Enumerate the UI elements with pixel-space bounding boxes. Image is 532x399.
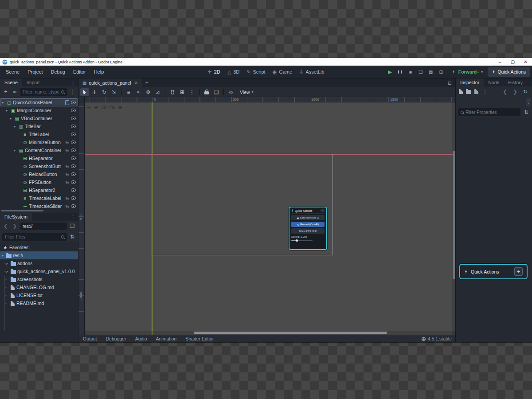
dock-menu-icon[interactable]: ⋮ (68, 213, 78, 221)
filesystem-row[interactable]: ▸ quick_actions_panel_v1.0.0 (0, 267, 78, 275)
menu-help[interactable]: Help (90, 66, 108, 78)
workspace-tab-3d[interactable]: △3D (227, 69, 240, 75)
path-input[interactable]: res:// (20, 223, 67, 230)
tab-scene[interactable]: Scene (0, 78, 22, 86)
add-node-button[interactable]: + (2, 89, 9, 95)
visibility-eye-icon[interactable] (71, 156, 76, 160)
dock-menu-icon[interactable]: ⋮ (527, 78, 532, 86)
tab-audio[interactable]: Audio (131, 336, 152, 341)
chevron-right-icon[interactable]: ▸ (6, 262, 11, 266)
scene-tree-row[interactable]: ⊟ HSeparator2 (0, 186, 78, 194)
sort-files-icon[interactable]: ⇅ (69, 234, 76, 240)
tab-history[interactable]: History (504, 78, 527, 86)
visibility-eye-icon[interactable] (71, 101, 76, 104)
tab-import[interactable]: Import (22, 78, 44, 86)
pause-button[interactable]: ❚❚ (396, 70, 405, 74)
zoom-level[interactable]: 56.4 % (101, 105, 115, 110)
zoom-in-button[interactable]: ⊕ (118, 105, 122, 110)
chevron-down-icon[interactable]: ▾ (6, 109, 10, 113)
expand-viewport-icon[interactable]: ⊡ (444, 78, 455, 87)
scene-tree-row[interactable]: ⊸ TimescaleSlider % (0, 202, 78, 210)
screenshot-button[interactable]: ▣ Screenshot (F9) (291, 215, 325, 220)
snap-options-icon[interactable]: ⋮ (188, 88, 196, 96)
nav-back-icon[interactable]: ❮ (2, 223, 9, 229)
horizontal-scrollbar[interactable] (194, 332, 387, 334)
window-minimize-button[interactable]: – (493, 58, 506, 66)
scene-tree-row[interactable]: ≡ TimescaleLabel % (0, 194, 78, 202)
scene-tree-row[interactable]: ▾ ▥ TitleBar (0, 122, 78, 130)
menu-debug[interactable]: Debug (47, 66, 69, 78)
play-button[interactable]: ▶ (386, 69, 395, 75)
visibility-eye-icon[interactable] (71, 204, 76, 208)
float-dock-icon[interactable]: ❐ (69, 223, 76, 229)
tab-debugger[interactable]: Debugger (102, 336, 131, 341)
favorites-row[interactable]: ★ Favorites: (0, 243, 78, 251)
object-history-icon[interactable]: ↻ (522, 89, 529, 95)
move-tool-button[interactable]: ✛ (90, 88, 99, 96)
slider-knob[interactable] (296, 239, 298, 242)
renderer-dropdown[interactable]: Forward+ ▾ (456, 69, 485, 74)
workspace-tab-assetlib[interactable]: ⇩AssetLib (299, 69, 324, 75)
timescale-slider[interactable] (291, 239, 313, 242)
tab-shader-editor[interactable]: Shader Editor (181, 336, 218, 341)
quick-actions-dock-panel[interactable]: Quick Actions + (459, 264, 528, 279)
menu-editor[interactable]: Editor (69, 66, 90, 78)
lock-object-button[interactable] (202, 88, 211, 96)
grid-snap-button[interactable]: ⊞ (178, 88, 187, 96)
visibility-eye-icon[interactable] (71, 133, 76, 136)
history-back-icon[interactable]: ❮ (501, 89, 509, 95)
workspace-tab-script[interactable]: ✎Script (246, 69, 265, 75)
menu-scene[interactable]: Scene (2, 66, 23, 78)
add-action-button[interactable]: + (514, 267, 523, 276)
visibility-eye-icon[interactable] (71, 196, 76, 200)
scene-tree-options-icon[interactable]: ⋮ (69, 89, 76, 95)
ruler-tool-button[interactable]: ⊿ (153, 88, 162, 96)
select-tool-button[interactable] (80, 88, 89, 96)
2d-canvas[interactable]: ✛ ⊖ 56.4 % ⊕ Quick Actions – ▣ (85, 102, 455, 335)
group-object-button[interactable]: ❏ (212, 88, 221, 96)
center-view-icon[interactable]: ✛ (87, 105, 91, 110)
run-instances-button[interactable]: ⊞ (437, 70, 446, 74)
scene-tree-row[interactable]: ⊟ HSeparator (0, 154, 78, 162)
workspace-tab-2d[interactable]: ✛2D (207, 69, 220, 75)
pan-tool-button[interactable]: ✥ (144, 88, 153, 96)
dock-side-handle-icon[interactable]: ⋮ (526, 98, 531, 106)
scene-tree-row[interactable]: ⊙ FPSButton % (0, 178, 78, 186)
dock-menu-icon[interactable]: ⋮ (68, 78, 78, 86)
scale-tool-button[interactable]: ⇲ (110, 88, 118, 96)
new-scene-tab-button[interactable]: + (142, 78, 152, 87)
list-select-button[interactable]: ≡ (124, 88, 133, 96)
chevron-down-icon[interactable]: ▾ (14, 149, 18, 153)
run-current-scene-button[interactable]: ❏ (416, 70, 425, 74)
visibility-eye-icon[interactable] (71, 141, 76, 144)
file-filter-input[interactable]: Filter Files (2, 233, 67, 241)
filesystem-row[interactable]: README.md (0, 299, 78, 307)
stop-button[interactable]: ■ (406, 70, 415, 74)
filesystem-row[interactable]: ▸ addons (0, 259, 78, 267)
scene-tree-hscrollbar[interactable] (1, 210, 43, 211)
property-filter-input[interactable]: Filter Properties (458, 108, 520, 116)
chevron-right-icon[interactable]: ▸ (6, 270, 11, 274)
scene-tree-row[interactable]: ▾ ▤ VBoxContainer (0, 114, 78, 122)
scene-tree-row[interactable]: ⊙ MinimizeButton % (0, 138, 78, 146)
vertical-scrollbar[interactable] (453, 151, 455, 279)
tab-output[interactable]: Output (78, 336, 102, 341)
quick-actions-toggle-icon[interactable] (452, 70, 455, 74)
scene-tree-row[interactable]: ⊙ ScreenshotButt % (0, 162, 78, 170)
scene-filter-input[interactable]: Filter: name, t:type, (20, 88, 67, 96)
scene-tree-row[interactable]: ▾ ▣ MarginContainer (0, 106, 78, 114)
skeleton-options-button[interactable]: ∞ (227, 88, 235, 96)
view-menu-button[interactable]: View ▾ (240, 90, 254, 95)
show-fps-button[interactable]: Show FPS (F3) (291, 228, 325, 234)
scene-tree-row[interactable]: ⊙ ReloadButton % (0, 170, 78, 178)
pivot-tool-button[interactable]: ⌖ (134, 88, 143, 96)
filesystem-row[interactable]: screenshots (0, 275, 78, 283)
window-maximize-button[interactable]: ▢ (506, 58, 519, 66)
rotate-tool-button[interactable]: ↻ (100, 88, 109, 96)
new-resource-button[interactable] (459, 88, 463, 96)
visibility-eye-icon[interactable] (71, 180, 76, 184)
scene-tree-row[interactable]: ≡ TitleLabel (0, 130, 78, 138)
script-icon[interactable] (65, 100, 69, 105)
filesystem-row[interactable]: CHANGELOG.md (0, 283, 78, 291)
zoom-out-button[interactable]: ⊖ (94, 105, 98, 110)
